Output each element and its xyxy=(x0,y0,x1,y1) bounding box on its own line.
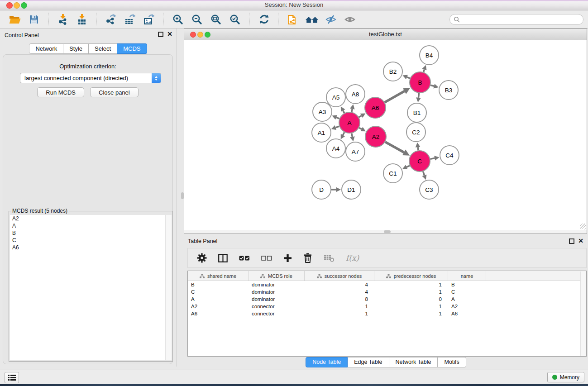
graph-edge-C-C3[interactable] xyxy=(423,172,425,176)
table-cell[interactable]: 4 xyxy=(305,288,374,295)
table-cell[interactable]: A2 xyxy=(448,303,486,310)
search-field[interactable] xyxy=(449,14,583,25)
close-panel-icon[interactable]: ✕ xyxy=(167,30,172,38)
memory-button[interactable]: Memory xyxy=(547,372,584,382)
table-cell[interactable]: A6 xyxy=(188,310,249,317)
table-row[interactable]: Bdominator41B xyxy=(188,281,586,288)
show-graphics-details-button[interactable] xyxy=(343,13,357,26)
table-cell[interactable]: 1 xyxy=(374,303,448,310)
column-header-MCDS-role[interactable]: MCDS role xyxy=(249,271,305,281)
task-history-button[interactable] xyxy=(5,372,19,383)
column-header-successor-nodes[interactable]: successor nodes xyxy=(305,271,374,281)
column-header-shared-name[interactable]: shared name xyxy=(188,271,249,281)
graph-edge-C-C1[interactable] xyxy=(406,166,410,167)
table-cell[interactable]: dominator xyxy=(249,288,305,295)
table-cell[interactable]: 1 xyxy=(305,303,374,310)
float-table-panel-icon[interactable] xyxy=(569,238,574,244)
tab-style[interactable]: Style xyxy=(63,43,89,54)
tab-network-table[interactable]: Network Table xyxy=(389,357,438,367)
graph-edge-A-A7[interactable] xyxy=(352,133,353,137)
table-cell[interactable]: A xyxy=(448,295,486,303)
refresh-view-button[interactable] xyxy=(257,13,271,26)
table-cell[interactable]: C xyxy=(188,288,249,295)
graph-edge-B-B4[interactable] xyxy=(424,70,425,72)
close-panel-button[interactable]: Close panel xyxy=(90,87,139,97)
network-canvas-svg[interactable]: AA1A2A3A4A5A6A7A8BB1B2B3B4CC1C2C3C4DD1 xyxy=(184,40,587,230)
graph-edge-A-A2[interactable] xyxy=(359,128,362,129)
tab-select[interactable]: Select xyxy=(89,43,117,54)
graph-edge-A-A4[interactable] xyxy=(343,132,344,135)
zoom-in-button[interactable] xyxy=(171,13,185,26)
graph-edge-A-A5[interactable] xyxy=(343,110,344,113)
search-input[interactable] xyxy=(462,16,579,23)
column-header-predecessor-nodes[interactable]: predecessor nodes xyxy=(374,271,448,281)
table-cell[interactable]: connector xyxy=(249,310,305,317)
save-session-button[interactable] xyxy=(27,13,41,26)
graph-edge-A-A6[interactable] xyxy=(359,116,362,117)
table-row[interactable]: Adominator80A xyxy=(188,295,586,303)
network-horizontal-scroll-thumb[interactable] xyxy=(384,230,391,233)
mcds-result-list[interactable]: A2ABCA6 xyxy=(10,215,166,360)
zoom-selected-button[interactable] xyxy=(228,13,242,26)
graph-edge-A-A8[interactable] xyxy=(352,109,352,112)
table-cell[interactable]: dominator xyxy=(249,295,305,303)
table-cell[interactable]: 4 xyxy=(305,281,374,288)
open-session-button[interactable] xyxy=(8,13,22,26)
table-cell[interactable]: A2 xyxy=(188,303,249,310)
import-table-button[interactable] xyxy=(75,13,89,26)
network-resize-grip[interactable] xyxy=(580,224,586,229)
graph-edge-C-C4[interactable] xyxy=(430,158,435,159)
table-cell[interactable]: B xyxy=(448,281,486,288)
table-cell[interactable]: dominator xyxy=(249,281,305,288)
tab-motifs[interactable]: Motifs xyxy=(438,357,466,367)
graph-edge-A-A3[interactable] xyxy=(336,117,339,119)
zoom-fit-button[interactable] xyxy=(209,13,223,26)
mcds-result-item[interactable]: B xyxy=(10,229,166,237)
graph-edge-B-B3[interactable] xyxy=(430,85,434,86)
table-scrollbar[interactable] xyxy=(580,272,586,356)
graph-edge-A2-C[interactable] xyxy=(385,142,404,152)
table-row[interactable]: Cdominator41C xyxy=(188,288,586,295)
table-row[interactable]: A2connector11A2 xyxy=(188,303,586,310)
table-cell[interactable]: 8 xyxy=(305,295,374,303)
table-cell[interactable]: connector xyxy=(249,303,305,310)
hide-graphics-details-button[interactable] xyxy=(324,13,338,26)
network-canvas[interactable]: AA1A2A3A4A5A6A7A8BB1B2B3B4CC1C2C3C4DD1 xyxy=(184,40,587,231)
graph-edge-A-A1[interactable] xyxy=(335,126,339,128)
create-column-button[interactable] xyxy=(283,254,292,262)
tab-node-table[interactable]: Node Table xyxy=(306,357,348,367)
mcds-result-scrollbar[interactable] xyxy=(165,215,172,360)
table-cell[interactable]: B xyxy=(188,281,249,288)
table-cell[interactable]: 1 xyxy=(374,310,448,317)
tab-network[interactable]: Network xyxy=(29,43,63,54)
table-cell[interactable]: A6 xyxy=(448,310,486,317)
export-network-button[interactable] xyxy=(104,13,118,26)
tab-edge-table[interactable]: Edge Table xyxy=(348,357,389,367)
column-header-name[interactable]: name xyxy=(448,271,486,281)
mcds-result-item[interactable]: C xyxy=(10,237,166,244)
network-horizontal-scrollbar[interactable] xyxy=(184,230,587,234)
criterion-select[interactable]: largest connected component (directed) xyxy=(20,73,161,83)
delete-table-button[interactable] xyxy=(324,254,335,262)
zoom-out-button[interactable] xyxy=(190,13,204,26)
table-cell[interactable]: A xyxy=(188,295,249,303)
table-cell[interactable]: 1 xyxy=(374,288,448,295)
table-cell[interactable]: 1 xyxy=(305,310,374,317)
import-network-button[interactable] xyxy=(56,13,70,26)
export-table-button[interactable] xyxy=(123,13,137,26)
function-builder-button[interactable]: f(x) xyxy=(346,253,359,262)
select-all-columns-button[interactable] xyxy=(239,256,250,261)
table-cell[interactable]: C xyxy=(448,288,486,295)
export-image-button[interactable] xyxy=(142,13,156,26)
tab-mcds[interactable]: MCDS xyxy=(117,43,147,54)
run-mcds-button[interactable]: Run MCDS xyxy=(37,87,84,97)
graph-edge-A6-B[interactable] xyxy=(385,91,405,102)
float-panel-icon[interactable] xyxy=(158,32,163,37)
show-column-button[interactable] xyxy=(218,254,228,262)
table-row[interactable]: A6connector11A6 xyxy=(188,310,586,317)
network-from-file-button[interactable] xyxy=(286,13,300,26)
graph-edge-C-C2[interactable] xyxy=(418,147,418,150)
network-vertical-scroll-thumb[interactable] xyxy=(181,192,184,199)
delete-column-button[interactable] xyxy=(303,253,312,263)
mcds-result-item[interactable]: A6 xyxy=(10,244,166,251)
